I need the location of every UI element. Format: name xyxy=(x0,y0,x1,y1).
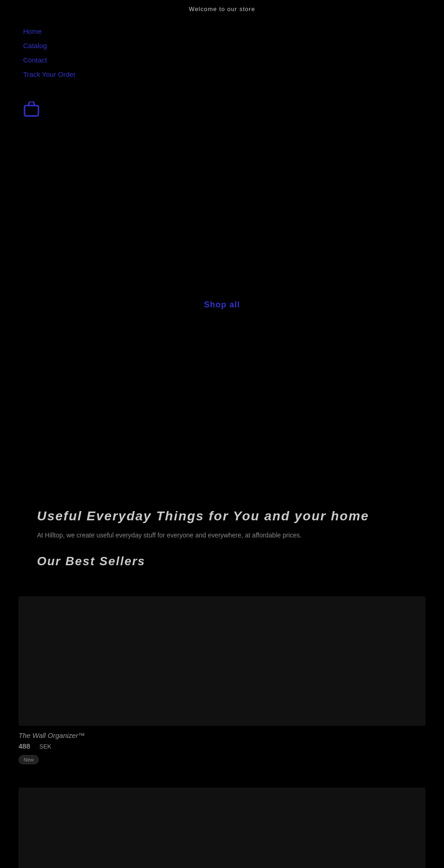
about-section: Useful Everyday Things for You and your … xyxy=(0,490,444,587)
main-nav: Home Catalog Contact Track Your Order xyxy=(0,18,444,87)
product-badge-wall-organizer: New xyxy=(18,755,39,764)
secondary-image-section xyxy=(0,324,444,490)
announcement-bar: Welcome to our store xyxy=(0,0,444,18)
product-image-door-organizer xyxy=(18,787,426,868)
hero-section: Shop all xyxy=(0,129,444,324)
product-price-row-1: 488 SEK xyxy=(18,742,426,750)
svg-rect-0 xyxy=(25,106,38,116)
announcement-text: Welcome to our store xyxy=(189,6,255,12)
about-title: Useful Everyday Things for You and your … xyxy=(37,509,407,524)
cart-icon[interactable] xyxy=(23,101,40,118)
product-currency-wall-organizer: SEK xyxy=(39,743,51,750)
product-image-wall-organizer xyxy=(18,596,426,726)
cart-icon-wrapper[interactable] xyxy=(0,92,444,129)
about-subtitle: At Hilltop, we create useful everyday st… xyxy=(37,530,407,540)
product-card-wall-organizer[interactable]: The Wall Organizer™ 488 SEK New xyxy=(18,592,426,769)
product-name-wall-organizer: The Wall Organizer™ xyxy=(18,731,426,739)
nav-catalog[interactable]: Catalog xyxy=(23,42,421,50)
nav-contact[interactable]: Contact xyxy=(23,56,421,64)
bestsellers-title: Our Best Sellers xyxy=(37,554,407,568)
nav-home[interactable]: Home xyxy=(23,27,421,35)
products-section: The Wall Organizer™ 488 SEK New The Door… xyxy=(0,587,444,868)
product-card-door-organizer[interactable]: The Door Organizer™ 798 138 SEK SEK xyxy=(18,783,426,868)
shop-all-button[interactable]: Shop all xyxy=(204,300,240,310)
product-price-wall-organizer: 488 xyxy=(18,742,30,750)
nav-track-order[interactable]: Track Your Order xyxy=(23,70,421,78)
